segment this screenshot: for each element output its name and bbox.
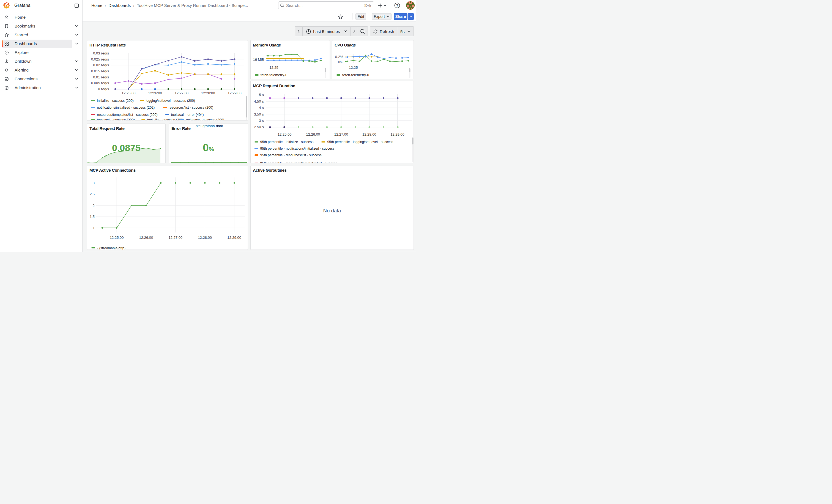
svg-text:?: ? xyxy=(396,4,398,7)
